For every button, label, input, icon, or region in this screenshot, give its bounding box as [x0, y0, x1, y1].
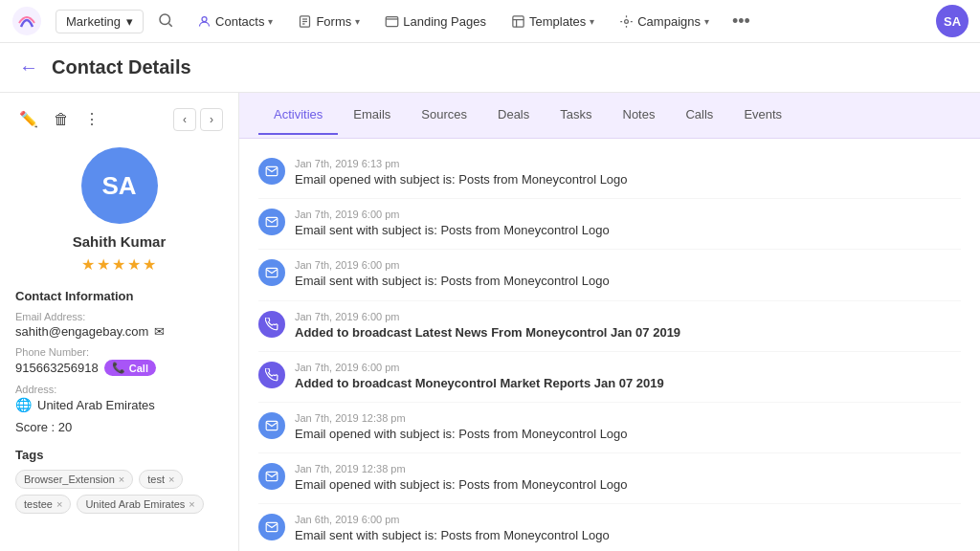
activity-icon-col	[258, 514, 285, 544]
svg-point-13	[625, 19, 629, 23]
activity-time: Jan 7th, 2019 12:38 pm	[295, 412, 961, 424]
tab-tasks[interactable]: Tasks	[545, 96, 607, 135]
search-button[interactable]	[149, 8, 182, 35]
tag-item: United Arab Emirates×	[77, 495, 203, 514]
activity-time: Jan 7th, 2019 6:13 pm	[295, 158, 961, 169]
activity-dot	[258, 311, 285, 338]
activity-content: Jan 7th, 2019 6:00 pm Added to broadcast…	[295, 311, 961, 342]
tab-emails[interactable]: Emails	[338, 96, 406, 135]
activity-time: Jan 6th, 2019 6:00 pm	[295, 514, 961, 525]
nav-landing-pages-label: Landing Pages	[403, 14, 486, 29]
activity-item: Jan 6th, 2019 6:00 pm Email sent with su…	[258, 504, 961, 551]
user-avatar[interactable]: SA	[936, 5, 969, 37]
tab-calls[interactable]: Calls	[670, 96, 728, 135]
activity-content: Jan 7th, 2019 12:38 pm Email opened with…	[295, 412, 961, 443]
activity-content: Jan 7th, 2019 6:00 pm Added to broadcast…	[295, 362, 961, 392]
activity-item: Jan 7th, 2019 6:00 pm Added to broadcast…	[258, 352, 961, 403]
page-title: Contact Details	[52, 56, 191, 78]
nav-contacts[interactable]: Contacts ▾	[188, 11, 282, 33]
activity-icon-col	[258, 259, 285, 290]
nav-contacts-label: Contacts	[215, 14, 264, 29]
email-icon: ✉	[154, 324, 165, 339]
contact-info-section: Contact Information Email Address: sahit…	[15, 289, 223, 434]
activity-icon-col	[258, 209, 285, 239]
tag-remove-button[interactable]: ×	[119, 474, 124, 485]
tab-events[interactable]: Events	[728, 96, 797, 135]
delete-icon[interactable]: 🗑	[50, 107, 73, 132]
workspace-chevron: ▾	[126, 14, 133, 29]
call-button[interactable]: 📞 Call	[104, 360, 156, 376]
left-panel: ✏️ 🗑 ⋮ ‹ › SA Sahith Kumar ★★★★★ Contact…	[0, 93, 239, 551]
edit-icon[interactable]: ✏️	[15, 106, 42, 132]
prev-contact-button[interactable]: ‹	[173, 108, 196, 131]
activity-text: Email opened with subject is: Posts from…	[295, 171, 961, 188]
activity-icon-col	[258, 158, 285, 188]
contact-name: Sahith Kumar	[73, 233, 167, 250]
svg-point-1	[160, 14, 170, 25]
templates-chevron: ▾	[590, 16, 594, 27]
activity-text: Email opened with subject is: Posts from…	[295, 426, 961, 443]
activity-time: Jan 7th, 2019 6:00 pm	[295, 259, 961, 271]
activity-text: Added to broadcast Moneycontrol Market R…	[295, 375, 961, 392]
activity-time: Jan 7th, 2019 12:38 pm	[295, 463, 961, 474]
activity-icon-col	[258, 412, 285, 443]
nav-templates-label: Templates	[529, 14, 586, 29]
svg-rect-10	[513, 15, 523, 26]
contact-rating: ★★★★★	[81, 255, 158, 274]
tab-deals[interactable]: Deals	[482, 96, 545, 135]
app-logo[interactable]	[11, 6, 42, 36]
tab-notes[interactable]: Notes	[608, 96, 671, 135]
nav-forms[interactable]: Forms ▾	[288, 11, 369, 33]
svg-line-2	[169, 23, 172, 26]
tag-item: test×	[139, 470, 183, 489]
svg-rect-8	[386, 16, 398, 26]
back-button[interactable]: ←	[19, 56, 38, 78]
more-icon[interactable]: ⋮	[80, 106, 103, 132]
tag-label: test	[147, 474, 165, 485]
activity-item: Jan 7th, 2019 12:38 pm Email opened with…	[258, 403, 961, 453]
svg-point-3	[202, 16, 207, 21]
tag-label: Browser_Extension	[24, 474, 115, 485]
activity-dot	[258, 362, 285, 388]
activity-text: Email sent with subject is: Posts from M…	[295, 527, 961, 544]
activity-content: Jan 6th, 2019 6:00 pm Email sent with su…	[295, 514, 961, 544]
nav-landing-pages[interactable]: Landing Pages	[375, 11, 496, 33]
tag-remove-button[interactable]: ×	[168, 474, 174, 485]
tag-remove-button[interactable]: ×	[56, 498, 62, 510]
info-section-title: Contact Information	[15, 289, 223, 303]
tag-label: United Arab Emirates	[85, 498, 185, 510]
next-contact-button[interactable]: ›	[200, 108, 223, 131]
nav-templates[interactable]: Templates ▾	[501, 11, 604, 33]
activity-dot	[258, 259, 285, 286]
activity-dot	[258, 514, 285, 540]
activity-item: Jan 7th, 2019 6:00 pm Email sent with su…	[258, 199, 961, 250]
activity-time: Jan 7th, 2019 6:00 pm	[295, 311, 961, 322]
tags-section: Tags Browser_Extension×test×testee×Unite…	[15, 448, 223, 514]
activity-dot	[258, 209, 285, 235]
activity-content: Jan 7th, 2019 6:00 pm Email sent with su…	[295, 259, 961, 290]
phone-value: 915663256918 📞 Call	[15, 360, 223, 376]
activity-item: Jan 7th, 2019 6:00 pm Email sent with su…	[258, 250, 961, 300]
nav-forms-label: Forms	[316, 14, 351, 29]
nav-campaigns[interactable]: Campaigns ▾	[610, 11, 719, 33]
right-panel: ActivitiesEmailsSourcesDealsTasksNotesCa…	[239, 93, 980, 551]
tags-title: Tags	[15, 448, 223, 462]
tab-sources[interactable]: Sources	[406, 96, 482, 135]
avatar-initials: SA	[944, 14, 961, 29]
activity-icon-col	[258, 311, 285, 342]
tab-activities[interactable]: Activities	[258, 96, 338, 135]
activity-text: Added to broadcast Latest News From Mone…	[295, 324, 961, 342]
tag-remove-button[interactable]: ×	[189, 498, 194, 510]
more-options-button[interactable]: •••	[724, 8, 758, 35]
activity-content: Jan 7th, 2019 6:13 pm Email opened with …	[295, 158, 961, 188]
campaigns-chevron: ▾	[704, 16, 709, 27]
activity-feed: Jan 7th, 2019 6:13 pm Email opened with …	[239, 139, 980, 551]
workspace-selector[interactable]: Marketing ▾	[56, 10, 144, 33]
activity-item: Jan 7th, 2019 6:13 pm Email opened with …	[258, 148, 961, 199]
address-label: Address:	[15, 384, 223, 395]
forms-chevron: ▾	[355, 16, 360, 27]
activity-icon-col	[258, 362, 285, 392]
tags-list: Browser_Extension×test×testee×United Ara…	[15, 470, 223, 514]
address-value: 🌐 United Arab Emirates	[15, 397, 223, 412]
contacts-chevron: ▾	[268, 16, 273, 27]
